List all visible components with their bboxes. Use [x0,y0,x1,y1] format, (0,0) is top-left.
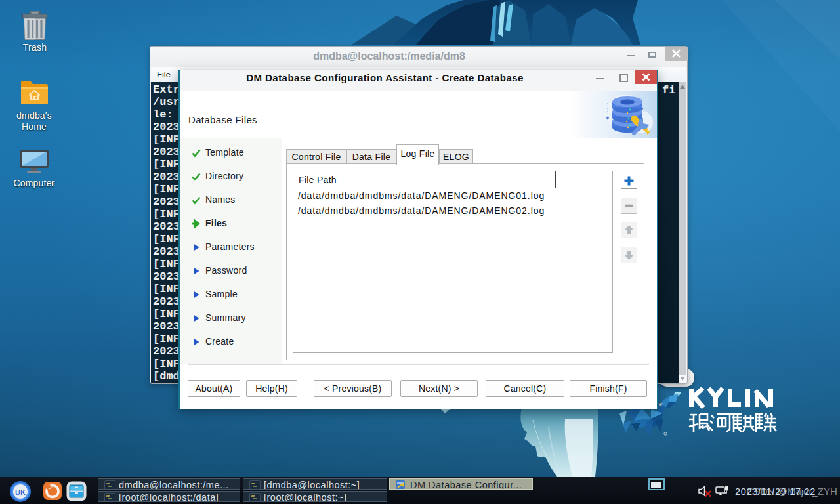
svg-text:UK: UK [15,488,26,496]
